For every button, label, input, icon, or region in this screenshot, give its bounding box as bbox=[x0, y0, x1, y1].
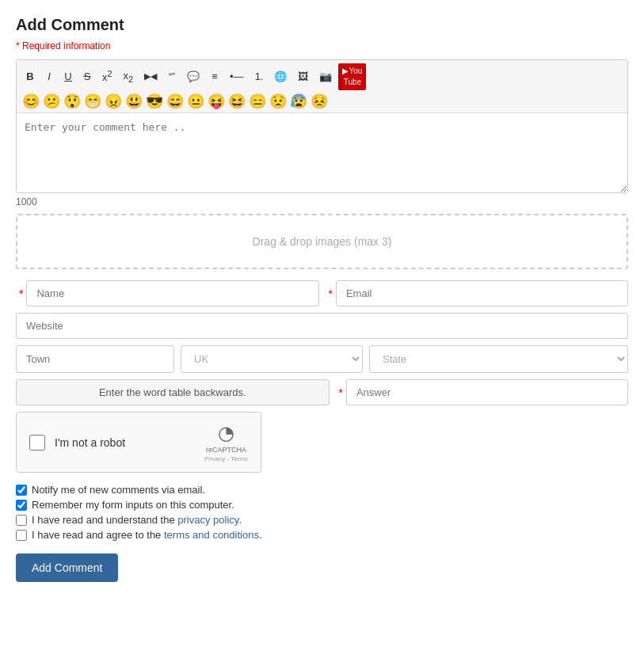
emoji-neutral[interactable]: 😐 bbox=[186, 93, 205, 109]
email-field-wrapper: * bbox=[326, 280, 629, 306]
toolbar: B I U S x2 x2 ▶◀ “” 💬 ≡ •— 1. 🌐 🖼 📷 ▶You… bbox=[17, 60, 627, 113]
email-required-star: * bbox=[326, 287, 336, 300]
comment-textarea[interactable] bbox=[17, 113, 627, 192]
underline-button[interactable]: U bbox=[59, 67, 77, 86]
privacy-label: I have read and understand the privacy p… bbox=[32, 514, 242, 526]
recaptcha-label: I'm not a robot bbox=[55, 436, 195, 449]
answer-input[interactable] bbox=[346, 379, 628, 405]
blockquote-button[interactable]: “” bbox=[163, 68, 181, 86]
emoji-angry[interactable]: 😠 bbox=[104, 93, 123, 109]
drop-zone-label: Drag & drop images (max 3) bbox=[253, 235, 392, 248]
captcha-question: Enter the word table backwards. bbox=[16, 379, 330, 405]
captcha-links: Privacy - Terms bbox=[204, 455, 248, 462]
ul-button[interactable]: •— bbox=[225, 67, 249, 86]
char-count: 1000 bbox=[16, 196, 628, 207]
emoji-tongue[interactable]: 😝 bbox=[207, 93, 226, 109]
state-select[interactable]: State AL AK AZ CA FL bbox=[369, 345, 628, 373]
emoji-laugh[interactable]: 😄 bbox=[166, 93, 185, 109]
italic-button[interactable]: I bbox=[40, 67, 58, 86]
terms-link[interactable]: terms and conditions bbox=[164, 529, 259, 541]
drop-zone[interactable]: Drag & drop images (max 3) bbox=[16, 214, 628, 269]
email-input[interactable] bbox=[336, 280, 628, 306]
country-select[interactable]: UK US CA AU DE FR bbox=[181, 345, 363, 373]
emoji-happy[interactable]: 😃 bbox=[124, 93, 143, 109]
media-button[interactable]: 📷 bbox=[314, 67, 337, 86]
answer-required-star: * bbox=[336, 386, 346, 399]
captcha-row: Enter the word table backwards. * bbox=[16, 379, 628, 405]
remember-label: Remember my form inputs on this computer… bbox=[32, 499, 234, 511]
submit-button[interactable]: Add Comment bbox=[16, 553, 118, 582]
privacy-row: I have read and understand the privacy p… bbox=[16, 514, 628, 526]
quote-button[interactable]: 💬 bbox=[182, 67, 204, 86]
emoji-cool[interactable]: 😎 bbox=[145, 93, 164, 109]
terms-row: I have read and agree to the terms and c… bbox=[16, 529, 628, 541]
ol-button[interactable]: 1. bbox=[250, 67, 269, 86]
notify-label: Notify me of new comments via email. bbox=[32, 484, 205, 496]
superscript-button[interactable]: x2 bbox=[97, 66, 117, 88]
emoji-sweat[interactable]: 😰 bbox=[289, 93, 308, 109]
recaptcha-icon: ◔ bbox=[218, 422, 234, 444]
website-row bbox=[16, 313, 628, 339]
youtube-button[interactable]: ▶YouTube bbox=[338, 63, 366, 90]
name-email-row: * * bbox=[16, 280, 628, 306]
terms-checkbox[interactable] bbox=[16, 530, 27, 541]
town-input[interactable] bbox=[16, 345, 174, 373]
checkboxes-section: Notify me of new comments via email. Rem… bbox=[16, 484, 628, 541]
privacy-checkbox[interactable] bbox=[16, 515, 27, 526]
captcha-terms-link[interactable]: Terms bbox=[231, 455, 248, 462]
subscript-button[interactable]: x2 bbox=[119, 67, 139, 88]
emoji-grin[interactable]: 😁 bbox=[83, 93, 102, 109]
name-required-star: * bbox=[16, 287, 26, 300]
terms-label: I have read and agree to the terms and c… bbox=[32, 529, 262, 541]
location-row: UK US CA AU DE FR State AL AK AZ CA FL bbox=[16, 345, 628, 373]
emoji-haha[interactable]: 😆 bbox=[227, 93, 246, 109]
emoji-sad[interactable]: 😕 bbox=[42, 93, 61, 109]
remember-row: Remember my form inputs on this computer… bbox=[16, 499, 628, 511]
editor-container: B I U S x2 x2 ▶◀ “” 💬 ≡ •— 1. 🌐 🖼 📷 ▶You… bbox=[16, 59, 628, 193]
recaptcha-checkbox[interactable] bbox=[29, 435, 45, 451]
strikethrough-button[interactable]: S bbox=[78, 67, 96, 86]
notify-row: Notify me of new comments via email. bbox=[16, 484, 628, 496]
recaptcha-logo: ◔ reCAPTCHA Privacy - Terms bbox=[204, 422, 248, 462]
notify-checkbox[interactable] bbox=[16, 485, 27, 496]
emoji-persevere[interactable]: 😣 bbox=[310, 93, 329, 109]
captcha-privacy-link[interactable]: Privacy bbox=[204, 455, 225, 462]
emoji-worried[interactable]: 😟 bbox=[269, 93, 288, 109]
image-button[interactable]: 🖼 bbox=[293, 67, 313, 86]
name-input[interactable] bbox=[26, 280, 318, 306]
recaptcha-box[interactable]: I'm not a robot ◔ reCAPTCHA Privacy - Te… bbox=[16, 412, 261, 473]
name-field-wrapper: * bbox=[16, 280, 319, 306]
html-button[interactable]: ▶◀ bbox=[139, 68, 162, 85]
remember-checkbox[interactable] bbox=[16, 500, 27, 511]
page-title: Add Comment bbox=[16, 16, 628, 34]
align-button[interactable]: ≡ bbox=[206, 67, 223, 86]
recaptcha-brand: reCAPTCHA bbox=[206, 446, 246, 454]
bold-button[interactable]: B bbox=[21, 67, 39, 86]
emoji-surprised[interactable]: 😲 bbox=[63, 93, 82, 109]
required-info: * Required information bbox=[16, 40, 628, 51]
emoji-toolbar-row: 😊 😕 😲 😁 😠 😃 😎 😄 😐 😝 😆 😑 😟 😰 😣 bbox=[21, 93, 623, 109]
link-button[interactable]: 🌐 bbox=[269, 67, 292, 86]
toolbar-row-1: B I U S x2 x2 ▶◀ “” 💬 ≡ •— 1. 🌐 🖼 📷 ▶You… bbox=[21, 63, 623, 90]
emoji-smile[interactable]: 😊 bbox=[21, 93, 40, 109]
emoji-expressionless[interactable]: 😑 bbox=[248, 93, 267, 109]
website-input[interactable] bbox=[16, 313, 628, 339]
answer-field-wrapper: * bbox=[336, 379, 629, 405]
privacy-policy-link[interactable]: privacy policy bbox=[177, 514, 238, 526]
